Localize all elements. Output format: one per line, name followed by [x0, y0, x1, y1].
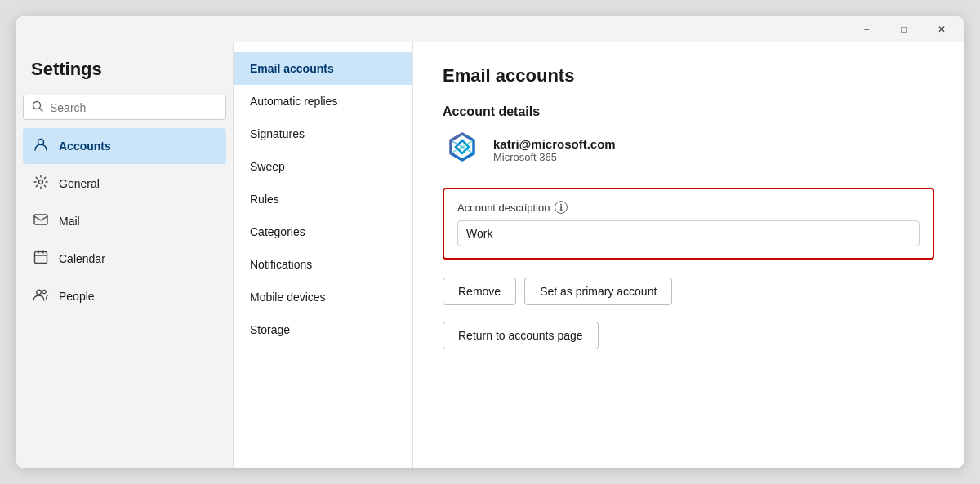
mid-item-sweep[interactable]: Sweep: [234, 150, 412, 183]
remove-button[interactable]: Remove: [443, 278, 516, 305]
calendar-icon: [33, 249, 49, 269]
action-buttons: Remove Set as primary account: [443, 278, 934, 305]
svg-rect-5: [35, 252, 47, 264]
mid-item-automatic-replies[interactable]: Automatic replies: [234, 85, 412, 118]
settings-title: Settings: [23, 52, 226, 93]
sidebar-item-people[interactable]: People: [23, 278, 226, 314]
accounts-icon: [33, 136, 49, 156]
search-icon: [32, 100, 43, 114]
mid-item-signatures[interactable]: Signatures: [234, 118, 412, 150]
mid-item-email-accounts[interactable]: Email accounts: [234, 52, 412, 85]
account-avatar: [443, 131, 482, 170]
svg-point-3: [39, 180, 43, 184]
sidebar-label-calendar: Calendar: [59, 252, 105, 265]
mid-panel: Email accounts Automatic replies Signatu…: [233, 42, 412, 468]
account-info: katri@microsoft.com Microsoft 365: [443, 131, 934, 170]
sidebar-item-mail[interactable]: Mail: [23, 203, 226, 239]
return-button[interactable]: Return to accounts page: [443, 322, 599, 349]
settings-window: − □ ✕ Settings: [16, 16, 964, 468]
sidebar-label-mail: Mail: [59, 215, 80, 228]
svg-point-9: [37, 290, 42, 295]
account-type: Microsoft 365: [493, 151, 616, 163]
search-box[interactable]: [23, 95, 226, 120]
mid-item-notifications[interactable]: Notifications: [234, 248, 412, 281]
mid-item-rules[interactable]: Rules: [234, 183, 412, 215]
svg-rect-4: [34, 215, 47, 224]
mid-item-mobile-devices[interactable]: Mobile devices: [234, 281, 412, 313]
account-email: katri@microsoft.com: [493, 137, 616, 151]
section-title: Account details: [443, 104, 934, 119]
mid-item-storage[interactable]: Storage: [234, 313, 412, 346]
minimize-button[interactable]: −: [848, 16, 885, 42]
sidebar-item-calendar[interactable]: Calendar: [23, 241, 226, 277]
sidebar-label-accounts: Accounts: [59, 140, 111, 153]
svg-line-1: [40, 109, 43, 112]
sidebar-item-general[interactable]: General: [23, 166, 226, 202]
main-content: Settings Accounts: [16, 42, 964, 468]
mid-item-categories[interactable]: Categories: [234, 215, 412, 248]
right-panel: Email accounts Account details: [412, 42, 964, 468]
titlebar: − □ ✕: [16, 16, 964, 42]
search-input[interactable]: [50, 101, 217, 114]
mail-icon: [33, 211, 49, 231]
sidebar-item-accounts[interactable]: Accounts: [23, 128, 226, 164]
close-button[interactable]: ✕: [923, 16, 960, 42]
sidebar: Settings Accounts: [16, 42, 233, 468]
info-icon[interactable]: ℹ: [555, 201, 568, 214]
people-icon: [33, 286, 49, 306]
panel-title: Email accounts: [443, 65, 934, 87]
general-icon: [33, 174, 49, 193]
return-button-container: Return to accounts page: [443, 322, 934, 349]
account-details: katri@microsoft.com Microsoft 365: [493, 137, 616, 163]
set-primary-button[interactable]: Set as primary account: [524, 278, 672, 305]
maximize-button[interactable]: □: [885, 16, 923, 42]
sidebar-label-general: General: [59, 177, 100, 190]
account-description-input[interactable]: [457, 220, 920, 246]
field-label: Account description ℹ: [457, 201, 920, 214]
account-description-section: Account description ℹ: [443, 188, 934, 260]
svg-point-10: [42, 290, 46, 293]
sidebar-label-people: People: [59, 290, 95, 303]
